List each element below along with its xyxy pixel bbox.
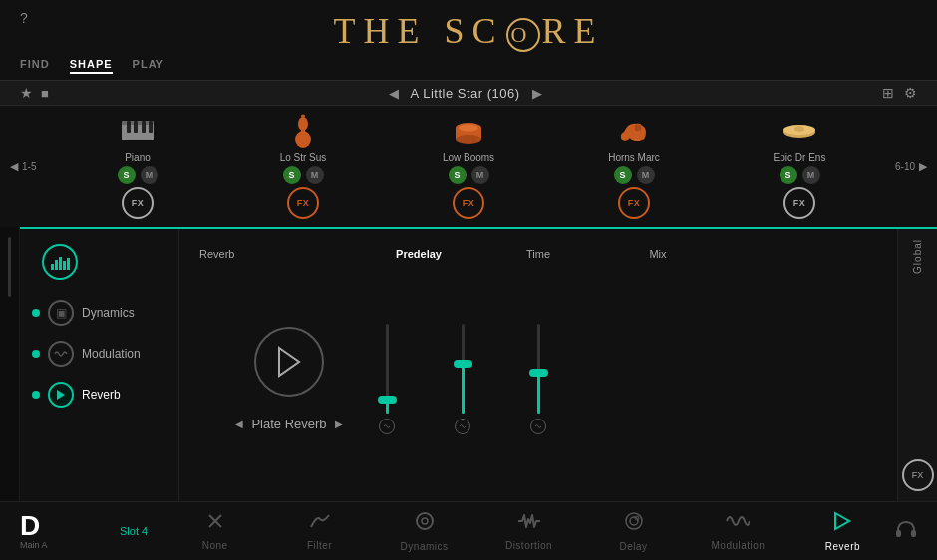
dynamics-dot (32, 309, 40, 317)
reverb-next-btn[interactable]: ▶ (335, 419, 343, 429)
svg-rect-5 (149, 121, 153, 133)
mix-thumb[interactable] (529, 369, 548, 377)
reverb-label: Reverb (82, 388, 121, 402)
svg-marker-25 (279, 348, 299, 376)
low-booms-m-btn[interactable]: M (471, 166, 489, 184)
reverb-play-button[interactable] (254, 327, 324, 397)
none-label: None (202, 540, 228, 551)
reverb-header-label: Reverb (199, 248, 234, 260)
nav-tabs: FIND SHAPE PLAY (0, 54, 937, 80)
lo-str-sus-fx-btn[interactable]: FX (287, 187, 319, 219)
svg-rect-19 (51, 264, 54, 270)
lo-str-sus-s-btn[interactable]: S (283, 166, 301, 184)
fx-item-modulation[interactable]: Modulation (32, 341, 166, 367)
epic-dr-ens-fx-btn[interactable]: FX (783, 187, 815, 219)
fx-item-reverb[interactable]: Reverb (32, 382, 166, 408)
bottom-fx-distortion[interactable]: Distortion (494, 511, 564, 551)
predelay-track[interactable] (386, 324, 389, 414)
time-thumb[interactable] (454, 360, 472, 368)
modulation-icon (48, 341, 74, 367)
dynamics-bottom-label: Dynamics (401, 541, 449, 552)
svg-point-18 (794, 126, 804, 132)
page-right-arrow[interactable]: ▶ (919, 160, 927, 173)
predelay-link[interactable] (379, 419, 395, 434)
lo-str-sus-name: Lo Str Sus (280, 152, 327, 163)
mix-link[interactable] (530, 419, 546, 434)
favorite-icon[interactable]: ★ (20, 85, 33, 101)
svg-point-28 (417, 513, 433, 529)
svg-marker-24 (57, 390, 65, 400)
horns-marc-s-btn[interactable]: S (614, 166, 632, 184)
low-booms-fx-btn[interactable]: FX (453, 187, 484, 219)
instrument-slot-lo-str-sus: Lo Str Sus S M FX (253, 114, 353, 219)
eq-button[interactable] (42, 244, 78, 280)
instrument-slot-low-booms: Low Booms S M FX (419, 114, 518, 219)
drum-icon (451, 114, 486, 149)
bottom-fx-dynamics[interactable]: Dynamics (390, 510, 460, 552)
svg-rect-35 (911, 530, 916, 537)
epic-dr-ens-m-btn[interactable]: M (802, 166, 820, 184)
fx-sidebar: ▣ Dynamics Modulation (20, 229, 179, 501)
nav-next[interactable]: ▶ (532, 86, 543, 101)
mixer-icon[interactable]: ⊞ (882, 85, 894, 101)
help-icon[interactable]: ? (20, 10, 28, 26)
horns-marc-m-btn[interactable]: M (637, 166, 655, 184)
mix-track[interactable] (537, 324, 540, 414)
page-nav-right: 6-10 ▶ (882, 160, 927, 173)
page-range-right: 6-10 (895, 161, 915, 172)
fx-chain-area: ▣ Dynamics Modulation (20, 227, 937, 501)
piano-m-btn[interactable]: M (141, 166, 158, 184)
bottom-fx-filter[interactable]: Filter (285, 511, 355, 551)
settings-icon[interactable]: ⚙ (904, 85, 917, 101)
fx-body: ◀ Plate Reverb ▶ (199, 272, 877, 486)
fx-header: Reverb Predelay Time Mix (199, 244, 877, 262)
tab-play[interactable]: PLAY (133, 56, 164, 74)
time-slider (455, 315, 470, 434)
horns-marc-sm-buttons: S M (614, 166, 655, 184)
piano-fx-btn[interactable]: FX (122, 187, 154, 219)
reverb-prev-btn[interactable]: ◀ (235, 419, 243, 429)
svg-rect-8 (301, 130, 305, 134)
piano-s-btn[interactable]: S (118, 166, 136, 184)
fx-main: Reverb Predelay Time Mix (179, 229, 897, 501)
svg-point-31 (630, 517, 638, 525)
time-fill (462, 364, 465, 414)
horns-marc-fx-btn[interactable]: FX (618, 187, 650, 219)
mix-slider (530, 315, 546, 434)
main-a-label: Main A (20, 540, 100, 550)
svg-rect-22 (63, 261, 66, 270)
global-fx-button[interactable]: FX (902, 459, 934, 491)
dynamics-label: Dynamics (82, 306, 135, 320)
svg-rect-2 (127, 121, 131, 133)
scrollbar[interactable] (8, 237, 11, 297)
delay-icon (623, 510, 645, 537)
lo-str-sus-m-btn[interactable]: M (306, 166, 324, 184)
tab-shape[interactable]: SHAPE (70, 56, 113, 74)
bottom-fx-modulation[interactable]: Modulation (703, 511, 773, 551)
delay-label: Delay (619, 541, 647, 552)
fx-item-dynamics[interactable]: ▣ Dynamics (32, 300, 166, 326)
nav-prev[interactable]: ◀ (389, 86, 400, 101)
mix-col-header: Mix (618, 244, 698, 262)
mix-label: Mix (649, 248, 666, 260)
epic-dr-ens-s-btn[interactable]: S (780, 166, 797, 184)
bottom-fx-delay[interactable]: Delay (599, 510, 669, 552)
none-icon (205, 511, 225, 536)
tab-find[interactable]: FIND (20, 56, 50, 74)
page-left-arrow[interactable]: ◀ (10, 160, 18, 173)
save-icon[interactable]: ■ (41, 86, 49, 101)
low-booms-s-btn[interactable]: S (449, 166, 467, 184)
time-track[interactable] (462, 324, 465, 414)
svg-point-15 (634, 124, 642, 132)
headphone-icon[interactable] (895, 519, 917, 544)
preset-name: ◀ A Little Star (106) ▶ (49, 86, 882, 101)
predelay-thumb[interactable] (378, 396, 397, 404)
instrument-slot-horns-marc: Horns Marc S M FX (584, 114, 684, 219)
bottom-fx-reverb[interactable]: Reverb (807, 510, 877, 552)
bottom-fx-items: None Filter Dynamics (162, 510, 895, 552)
time-link[interactable] (455, 419, 470, 434)
svg-point-14 (459, 125, 478, 132)
svg-rect-34 (896, 530, 901, 537)
horn-icon (616, 114, 652, 149)
bottom-fx-none[interactable]: None (180, 511, 250, 551)
